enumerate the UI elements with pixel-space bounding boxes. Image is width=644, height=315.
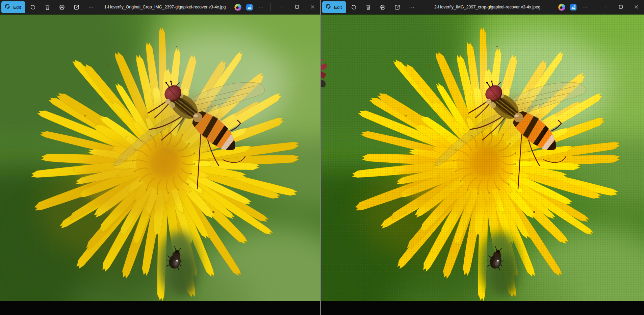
more-options-button-2[interactable] — [255, 1, 267, 13]
photos-window-left: Edit — [0, 0, 320, 315]
copilot-icon — [558, 4, 565, 11]
photos-app-pair: Edit — [0, 0, 644, 315]
photo-image-original[interactable] — [0, 15, 320, 301]
edit-image-icon — [5, 4, 11, 11]
print-button[interactable] — [55, 1, 69, 13]
rotate-button[interactable] — [347, 1, 361, 13]
toolbar-left: Edit — [0, 0, 320, 14]
maximize-icon — [619, 5, 623, 10]
close-icon — [635, 5, 638, 10]
photos-window-right: Edit — [321, 0, 644, 315]
more-options-button[interactable] — [84, 1, 98, 13]
more-icon — [88, 4, 94, 10]
ai-edit-icon — [570, 4, 577, 11]
share-button[interactable] — [70, 1, 83, 13]
print-icon — [380, 4, 386, 10]
more-icon — [409, 4, 415, 10]
print-icon — [59, 4, 65, 10]
maximize-button[interactable] — [613, 0, 628, 14]
maximize-button[interactable] — [289, 0, 305, 14]
trash-icon — [44, 4, 51, 10]
edit-button-label: Edit — [334, 5, 342, 10]
toolbar-separator — [270, 3, 271, 11]
delete-button[interactable] — [41, 1, 54, 13]
copilot-button[interactable] — [232, 1, 243, 13]
close-button[interactable] — [628, 0, 644, 14]
minimize-button[interactable] — [274, 0, 289, 14]
maximize-icon — [295, 5, 299, 10]
ai-edit-icon — [246, 4, 253, 11]
rotate-icon — [351, 4, 357, 10]
toolbar-separator — [594, 3, 594, 11]
delete-button[interactable] — [361, 1, 375, 13]
copilot-icon — [234, 4, 241, 11]
edit-button[interactable]: Edit — [1, 1, 25, 13]
minimize-button[interactable] — [597, 0, 613, 14]
share-icon — [394, 4, 401, 10]
print-button[interactable] — [376, 1, 390, 13]
toolbar-right-cluster — [232, 0, 320, 14]
rotate-icon — [30, 4, 36, 10]
close-button[interactable] — [305, 0, 320, 14]
edit-image-icon — [326, 4, 332, 11]
edit-button[interactable]: Edit — [322, 1, 346, 13]
toolbar-right-cluster — [556, 0, 644, 14]
file-title: 2-Hoverfly_IMG_2397_crop-gigapixel-recov… — [419, 5, 555, 9]
more-options-button[interactable] — [405, 1, 419, 13]
photo-image-enhanced[interactable] — [321, 15, 644, 301]
share-button[interactable] — [390, 1, 404, 13]
edit-button-label: Edit — [13, 5, 21, 10]
ai-edit-button[interactable] — [243, 1, 255, 13]
ai-edit-button[interactable] — [567, 1, 579, 13]
minimize-icon — [603, 5, 607, 10]
close-icon — [311, 5, 314, 10]
more-options-button-2[interactable] — [579, 1, 591, 13]
share-icon — [73, 4, 80, 10]
trash-icon — [365, 4, 371, 10]
minimize-icon — [280, 5, 283, 10]
file-title: 1-Hoverfly_Original_Crop_IMG_2397-gigapi… — [99, 5, 231, 9]
more-icon — [258, 4, 264, 10]
rotate-button[interactable] — [26, 1, 40, 13]
more-icon — [582, 4, 588, 10]
toolbar-right: Edit — [321, 0, 644, 14]
copilot-button[interactable] — [556, 1, 567, 13]
